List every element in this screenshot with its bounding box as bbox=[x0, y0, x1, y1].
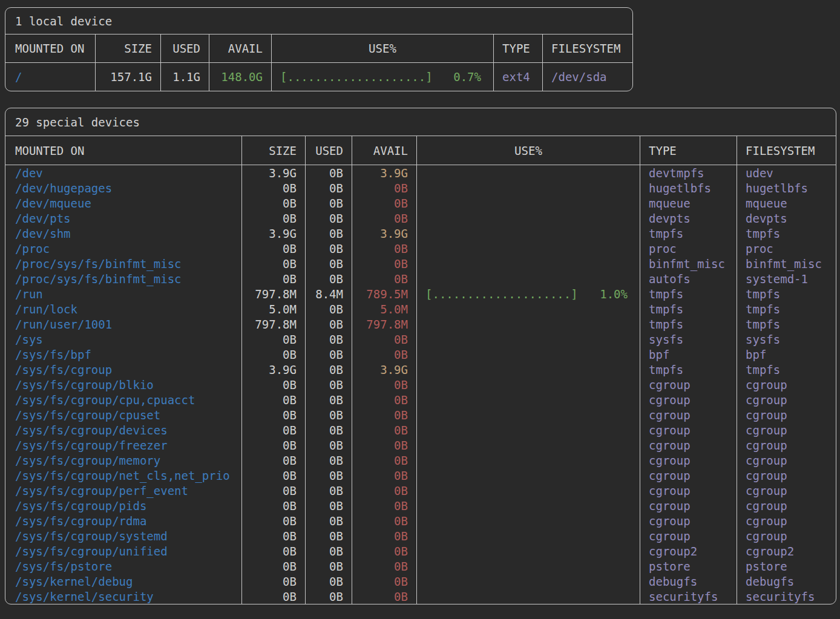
filesystem-cell: binfmt_misc bbox=[737, 256, 836, 271]
size-cell: 0B bbox=[241, 241, 305, 256]
avail-cell: 0B bbox=[352, 558, 416, 574]
use-cell bbox=[416, 347, 640, 362]
avail-cell: 0B bbox=[352, 422, 416, 437]
filesystem-cell: cgroup bbox=[737, 377, 836, 392]
use-cell bbox=[416, 362, 640, 377]
used-cell: 0B bbox=[305, 407, 352, 422]
use-cell: [....................]0.7% bbox=[271, 63, 493, 91]
table-row: /sys/fs/cgroup/unified0B0B0Bcgroup2cgrou… bbox=[5, 543, 836, 558]
table-row: /sys/fs/cgroup/perf_event0B0B0Bcgroupcgr… bbox=[5, 483, 836, 498]
table-row: /sys/fs/cgroup/freezer0B0B0Bcgroupcgroup bbox=[5, 437, 836, 453]
use-cell bbox=[416, 180, 640, 195]
type-cell: cgroup2 bbox=[640, 543, 737, 558]
mount-cell: /dev/mqueue bbox=[5, 195, 241, 211]
use-cell bbox=[416, 437, 640, 453]
avail-cell: 0B bbox=[352, 377, 416, 392]
avail-cell: 0B bbox=[352, 347, 416, 362]
table-row: /run/user/1001797.8M0B797.8Mtmpfstmpfs bbox=[5, 316, 836, 332]
used-cell: 0B bbox=[305, 468, 352, 483]
filesystem-cell: debugfs bbox=[737, 574, 836, 589]
size-cell: 0B bbox=[241, 528, 305, 543]
size-cell: 0B bbox=[241, 332, 305, 347]
table-title-text: 29 special devices bbox=[15, 116, 140, 129]
avail-cell: 0B bbox=[352, 271, 416, 286]
type-cell: cgroup bbox=[640, 513, 737, 528]
filesystem-cell: /dev/sda bbox=[542, 63, 632, 91]
type-cell: autofs bbox=[640, 271, 737, 286]
mount-cell: /sys/fs/cgroup/freezer bbox=[5, 437, 241, 453]
table-row: /sys/fs/bpf0B0B0Bbpfbpf bbox=[5, 347, 836, 362]
type-cell: tmpfs bbox=[640, 286, 737, 301]
mount-cell: /run/user/1001 bbox=[5, 316, 241, 332]
size-cell: 0B bbox=[241, 180, 305, 195]
avail-cell: 0B bbox=[352, 241, 416, 256]
table-row: /proc/sys/fs/binfmt_misc0B0B0Bautofssyst… bbox=[5, 271, 836, 286]
mount-cell: /run/lock bbox=[5, 301, 241, 316]
mount-cell: /sys/fs/cgroup/pids bbox=[5, 498, 241, 513]
size-cell: 0B bbox=[241, 422, 305, 437]
use-cell bbox=[416, 316, 640, 332]
table-row: /dev3.9G0B3.9Gdevtmpfsudev bbox=[5, 165, 836, 180]
use-cell bbox=[416, 241, 640, 256]
filesystem-cell: proc bbox=[737, 241, 836, 256]
used-cell: 0B bbox=[305, 377, 352, 392]
used-cell: 0B bbox=[305, 589, 352, 604]
filesystem-cell: udev bbox=[737, 165, 836, 180]
mount-cell: /sys/fs/bpf bbox=[5, 347, 241, 362]
table-row: /sys/fs/cgroup/net_cls,net_prio0B0B0Bcgr… bbox=[5, 468, 836, 483]
filesystem-cell: cgroup bbox=[737, 392, 836, 407]
table-row: /dev/pts0B0B0Bdevptsdevpts bbox=[5, 211, 836, 226]
used-cell: 0B bbox=[305, 211, 352, 226]
type-cell: cgroup bbox=[640, 468, 737, 483]
mount-cell: /sys/fs/cgroup/blkio bbox=[5, 377, 241, 392]
header-type: TYPE bbox=[640, 136, 737, 165]
type-cell: debugfs bbox=[640, 574, 737, 589]
filesystem-cell: cgroup bbox=[737, 498, 836, 513]
type-cell: sysfs bbox=[640, 332, 737, 347]
filesystem-cell: cgroup bbox=[737, 453, 836, 468]
avail-cell: 0B bbox=[352, 256, 416, 271]
use-cell bbox=[416, 165, 640, 180]
use-cell bbox=[416, 377, 640, 392]
avail-cell: 3.9G bbox=[352, 165, 416, 180]
filesystem-cell: cgroup bbox=[737, 437, 836, 453]
filesystem-cell: cgroup2 bbox=[737, 543, 836, 558]
table-row: /sys0B0B0Bsysfssysfs bbox=[5, 332, 836, 347]
table-row: /157.1G1.1G148.0G[....................]0… bbox=[5, 63, 632, 91]
use-cell bbox=[416, 468, 640, 483]
size-cell: 3.9G bbox=[241, 362, 305, 377]
type-cell: pstore bbox=[640, 558, 737, 574]
size-cell: 0B bbox=[241, 483, 305, 498]
used-cell: 0B bbox=[305, 528, 352, 543]
mount-cell: /dev/shm bbox=[5, 226, 241, 241]
table-row: /proc/sys/fs/binfmt_misc0B0B0Bbinfmt_mis… bbox=[5, 256, 836, 271]
filesystem-cell: mqueue bbox=[737, 195, 836, 211]
size-cell: 0B bbox=[241, 468, 305, 483]
table-title-text: 1 local device bbox=[15, 15, 112, 28]
use-cell bbox=[416, 332, 640, 347]
filesystem-cell: cgroup bbox=[737, 513, 836, 528]
used-cell: 0B bbox=[305, 226, 352, 241]
type-cell: cgroup bbox=[640, 453, 737, 468]
size-cell: 0B bbox=[241, 589, 305, 604]
avail-cell: 0B bbox=[352, 574, 416, 589]
use-cell bbox=[416, 256, 640, 271]
used-cell: 0B bbox=[305, 195, 352, 211]
use-cell bbox=[416, 558, 640, 574]
avail-cell: 797.8M bbox=[352, 316, 416, 332]
table-row: /sys/fs/cgroup/devices0B0B0Bcgroupcgroup bbox=[5, 422, 836, 437]
local-devices-rows: /157.1G1.1G148.0G[....................]0… bbox=[5, 63, 632, 91]
type-cell: cgroup bbox=[640, 498, 737, 513]
type-cell: tmpfs bbox=[640, 362, 737, 377]
type-cell: tmpfs bbox=[640, 301, 737, 316]
used-cell: 0B bbox=[305, 558, 352, 574]
used-cell: 0B bbox=[305, 483, 352, 498]
table-row: /sys/kernel/security0B0B0Bsecurityfssecu… bbox=[5, 589, 836, 604]
used-cell: 0B bbox=[305, 165, 352, 180]
type-cell: tmpfs bbox=[640, 226, 737, 241]
table-row: /sys/fs/pstore0B0B0Bpstorepstore bbox=[5, 558, 836, 574]
size-cell: 0B bbox=[241, 377, 305, 392]
use-cell bbox=[416, 195, 640, 211]
mount-cell: /proc/sys/fs/binfmt_misc bbox=[5, 271, 241, 286]
use-cell bbox=[416, 528, 640, 543]
